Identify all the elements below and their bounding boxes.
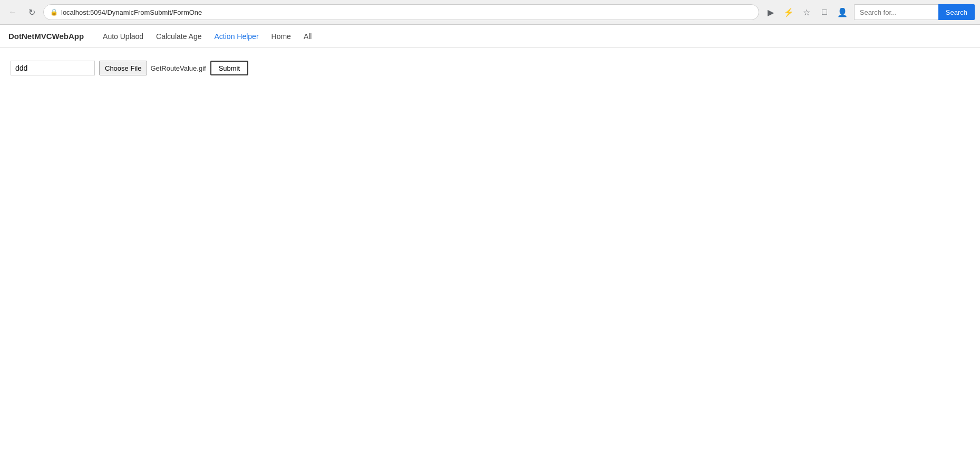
security-icon: 🔒 xyxy=(50,8,58,16)
url-text: localhost:5094/DynamicFromSubmit/FormOne xyxy=(61,8,752,16)
app-brand: DotNetMVCWebApp xyxy=(8,32,84,41)
browser-search-button[interactable]: Search xyxy=(938,4,975,20)
text-input-field[interactable] xyxy=(11,61,95,75)
nav-link-action-helper[interactable]: Action Helper xyxy=(208,26,265,47)
reload-button[interactable]: ↻ xyxy=(24,5,39,20)
read-aloud-button[interactable]: ▶ xyxy=(763,5,778,20)
address-bar[interactable]: 🔒 localhost:5094/DynamicFromSubmit/FormO… xyxy=(43,4,759,20)
nav-link-home[interactable]: Home xyxy=(265,26,297,47)
choose-file-button[interactable]: Choose File xyxy=(99,61,147,75)
nav-link-all[interactable]: All xyxy=(297,26,318,47)
browser-chrome: ← ↻ 🔒 localhost:5094/DynamicFromSubmit/F… xyxy=(0,0,980,25)
app-nav: DotNetMVCWebApp Auto Uplaod Calculate Ag… xyxy=(0,25,980,48)
back-button[interactable]: ← xyxy=(5,5,20,20)
nav-link-auto-upload[interactable]: Auto Uplaod xyxy=(96,26,150,47)
extensions-button[interactable]: ⚡ xyxy=(781,5,796,20)
submit-button[interactable]: Submit xyxy=(210,61,248,75)
browser-actions: ▶ ⚡ ☆ □ 👤 xyxy=(763,5,850,20)
nav-link-calculate-age[interactable]: Calculate Age xyxy=(150,26,208,47)
browser-search-area: Search xyxy=(854,4,975,20)
form-one: Choose File GetRouteValue.gif Submit xyxy=(11,61,969,75)
profile-button[interactable]: 👤 xyxy=(835,5,850,20)
collections-button[interactable]: □ xyxy=(817,5,832,20)
browser-search-input[interactable] xyxy=(854,4,938,20)
file-name-label: GetRouteValue.gif xyxy=(150,64,206,72)
file-input-wrapper: Choose File GetRouteValue.gif xyxy=(99,61,206,75)
browser-toolbar: ← ↻ 🔒 localhost:5094/DynamicFromSubmit/F… xyxy=(0,0,980,24)
favorites-button[interactable]: ☆ xyxy=(799,5,814,20)
form-row: Choose File GetRouteValue.gif Submit xyxy=(11,61,969,75)
main-content: Choose File GetRouteValue.gif Submit xyxy=(0,48,980,88)
